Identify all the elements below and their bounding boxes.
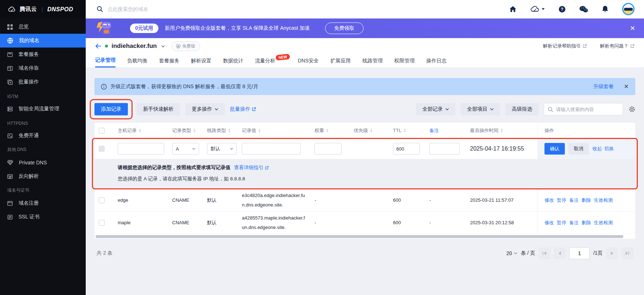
filter-record-type-button[interactable]: 全部记录 xyxy=(416,103,455,115)
user-avatar[interactable] xyxy=(622,3,635,15)
tab-plan[interactable]: 套餐服务 xyxy=(159,54,179,67)
line-type-select[interactable]: 默认 xyxy=(207,143,237,155)
confirm-button[interactable]: 确认 xyxy=(544,143,565,155)
tab-load-balancing[interactable]: 负载均衡 xyxy=(127,54,147,67)
record-type-select[interactable]: A xyxy=(172,143,199,155)
pager-first-button[interactable] xyxy=(539,247,550,259)
row-checkbox[interactable] xyxy=(99,197,105,203)
pager-last-button[interactable] xyxy=(621,247,633,259)
sidebar-item-overview[interactable]: 总览 xyxy=(0,20,86,34)
header-note-label: 备注 xyxy=(429,127,439,134)
sidebar-item-ssl-cert[interactable]: SSL 证书 xyxy=(0,210,86,224)
record-type-value: A xyxy=(176,146,179,152)
tab-statistics[interactable]: 数据统计 xyxy=(223,54,243,67)
page-size-select[interactable]: 20 xyxy=(506,250,517,256)
cell-type: CNAME xyxy=(172,220,207,225)
row-checkbox[interactable] xyxy=(99,220,105,226)
pause-link[interactable]: 暂停 xyxy=(557,197,566,204)
header-host[interactable]: 主机记录 xyxy=(118,127,172,134)
tab-line-management[interactable]: 线路管理 xyxy=(362,54,383,67)
header-type[interactable]: 记录类型 xyxy=(172,127,207,134)
record-value-input[interactable] xyxy=(242,143,301,155)
collapse-link[interactable]: 收起 xyxy=(592,146,602,152)
tab-traffic-analysis[interactable]: 流量分析 NEW xyxy=(255,54,275,67)
global-search[interactable] xyxy=(97,6,216,12)
notice-close-icon[interactable]: ✕ xyxy=(624,83,629,90)
gear-icon[interactable] xyxy=(629,106,635,112)
header-last-modified[interactable]: 最后操作时间 xyxy=(470,127,538,134)
sidebar-item-parking[interactable]: 域名停靠 xyxy=(0,61,86,75)
sidebar-item-domain-register[interactable]: 域名注册 xyxy=(0,196,86,210)
quick-setup-button[interactable]: 新手快速解析 xyxy=(137,103,180,115)
tab-operation-log[interactable]: 操作日志 xyxy=(426,54,447,67)
record-search-box[interactable] xyxy=(544,103,623,115)
tab-extensions[interactable]: 扩展应用 xyxy=(331,54,351,67)
sidebar-item-httpdns-free[interactable]: 免费开通 xyxy=(0,129,86,143)
check-effect-link[interactable]: 生效检测 xyxy=(594,220,613,226)
promo-close-icon[interactable]: ✕ xyxy=(630,25,635,32)
help-problem-link[interactable]: 解析有问题？ xyxy=(600,43,635,49)
pause-link[interactable]: 暂停 xyxy=(557,220,566,226)
global-search-input[interactable] xyxy=(108,6,216,12)
back-arrow-icon[interactable] xyxy=(95,44,101,49)
scrollbar-thumb[interactable] xyxy=(96,235,623,238)
header-ttl[interactable]: TTL xyxy=(393,128,429,133)
note-input[interactable] xyxy=(429,143,460,155)
wechat-icon[interactable] xyxy=(579,6,588,13)
help-guide-link[interactable]: 解析记录帮助指引 xyxy=(543,43,587,49)
plan-badge[interactable]: D 免费版 xyxy=(171,41,200,51)
sidebar-item-igtm[interactable]: 智能全局流量管理 xyxy=(0,102,86,116)
delete-link[interactable]: 删除 xyxy=(582,197,591,204)
upgrade-plan-link[interactable]: 升级套餐 xyxy=(594,83,614,90)
toolbar-left: 添加记录 新手快速解析 更多操作 批量操作 xyxy=(94,103,256,115)
more-actions-button[interactable]: 更多操作 xyxy=(185,103,225,115)
check-effect-link[interactable]: 生效检测 xyxy=(594,197,613,204)
tab-permissions[interactable]: 权限管理 xyxy=(394,54,415,67)
advanced-filter-button[interactable]: 高级筛选 xyxy=(505,103,539,115)
sidebar-item-my-domains[interactable]: 我的域名 xyxy=(0,34,86,48)
select-all-checkbox[interactable] xyxy=(99,128,105,134)
add-record-button[interactable]: 添加记录 xyxy=(94,103,128,115)
free-claim-button[interactable]: 免费领取 xyxy=(325,22,364,34)
header-weight[interactable]: 权重 xyxy=(315,127,354,134)
bell-icon[interactable] xyxy=(602,5,608,13)
sidebar-item-reverse-dns[interactable]: 反向解析 xyxy=(0,169,86,183)
tab-records[interactable]: 记录管理 xyxy=(95,54,116,67)
tab-dns-settings[interactable]: 解析设置 xyxy=(191,54,211,67)
pager-next-button[interactable] xyxy=(606,247,618,259)
detail-guide-link[interactable]: 查看详细指引 xyxy=(234,164,269,171)
header-value[interactable]: 记录值 xyxy=(242,127,315,134)
tab-dns-security[interactable]: DNS安全 xyxy=(298,54,319,67)
header-line[interactable]: 线路类型 xyxy=(207,127,242,134)
console-cloud-icon[interactable] xyxy=(530,6,545,12)
sidebar-item-private-dns[interactable]: Private DNS xyxy=(0,156,86,169)
modify-link[interactable]: 修改 xyxy=(544,197,554,204)
sidebar-item-package[interactable]: 套餐服务 xyxy=(0,48,86,61)
header-note[interactable]: 备注 xyxy=(429,127,470,134)
sort-icon xyxy=(326,128,329,133)
filter-project-button[interactable]: 全部项目 xyxy=(461,103,500,115)
sidebar-item-batch[interactable]: 批量操作 xyxy=(0,75,86,89)
note-link[interactable]: 备注 xyxy=(569,197,579,204)
record-row-edge: edge CNAME 默认 e3c4820a.edge.indiehacker.… xyxy=(94,189,635,211)
weight-input[interactable] xyxy=(315,143,341,155)
batch-operation-link[interactable]: 批量操作 xyxy=(230,106,256,112)
external-link-icon xyxy=(265,166,269,170)
note-link[interactable]: 备注 xyxy=(569,220,579,226)
host-input[interactable] xyxy=(118,143,164,155)
header-priority[interactable]: 优先级 xyxy=(354,127,393,134)
page-number-input[interactable] xyxy=(569,247,590,259)
record-search-input[interactable] xyxy=(556,107,620,112)
pager-first-icon xyxy=(542,251,547,255)
help-icon[interactable]: ? xyxy=(559,6,566,13)
domain-dropdown-caret-icon[interactable] xyxy=(161,45,165,48)
switch-link[interactable]: 切换 xyxy=(604,146,614,152)
pager-prev-button[interactable] xyxy=(554,247,566,259)
svg-text:?: ? xyxy=(561,7,563,12)
cancel-button[interactable]: 取消 xyxy=(568,143,589,155)
modify-link[interactable]: 修改 xyxy=(544,220,554,226)
header-priority-label: 优先级 xyxy=(354,127,368,134)
home-icon[interactable] xyxy=(509,6,517,12)
delete-link[interactable]: 删除 xyxy=(582,220,591,226)
ttl-input[interactable] xyxy=(393,143,420,155)
